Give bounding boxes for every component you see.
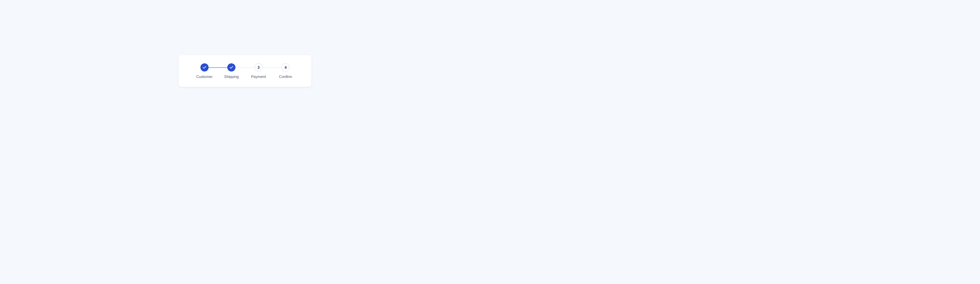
check-icon	[202, 65, 207, 69]
step-payment-label: Payment	[251, 75, 266, 79]
step-shipping-circle	[227, 63, 235, 72]
check-icon	[229, 65, 234, 69]
step-customer-label: Customer	[196, 75, 213, 79]
step-payment[interactable]: 3 Payment	[245, 63, 272, 79]
step-shipping-label: Shipping	[224, 75, 239, 79]
connector-1	[208, 67, 228, 68]
step-confirm-number: 4	[285, 65, 286, 69]
checkout-stepper: Customer Shipping 3 Payment 4 Confirm	[191, 63, 299, 79]
step-payment-number: 3	[258, 65, 259, 69]
step-shipping[interactable]: Shipping	[218, 63, 245, 79]
step-confirm-circle: 4	[282, 63, 290, 72]
connector-3	[263, 67, 282, 68]
connector-2	[235, 67, 255, 68]
step-customer[interactable]: Customer	[191, 63, 218, 79]
step-customer-circle	[200, 63, 208, 72]
stepper-card: Customer Shipping 3 Payment 4 Confirm	[179, 55, 311, 87]
step-confirm[interactable]: 4 Confirm	[272, 63, 299, 79]
step-confirm-label: Confirm	[279, 75, 292, 79]
step-payment-circle: 3	[255, 63, 263, 72]
